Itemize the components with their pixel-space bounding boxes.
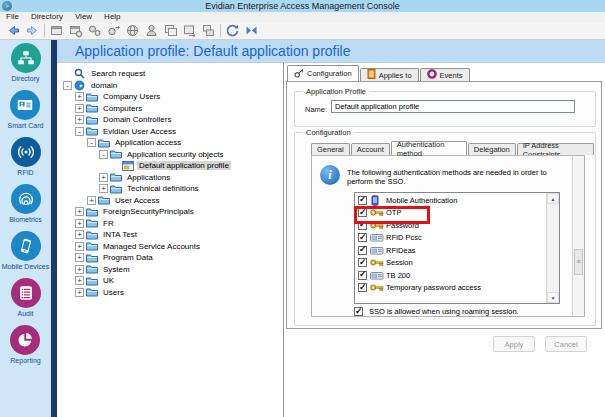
- subtab[interactable]: Authentication method: [391, 141, 467, 155]
- tree-node-label: System: [101, 265, 132, 274]
- checkbox[interactable]: [358, 246, 367, 255]
- method-row[interactable]: RFIDeas: [355, 244, 559, 257]
- sidebar-item[interactable]: Biometrics: [9, 184, 42, 224]
- expander-icon[interactable]: -: [87, 138, 96, 147]
- tree-node[interactable]: + System: [57, 264, 283, 276]
- subtab[interactable]: Account: [351, 143, 390, 155]
- apply-button[interactable]: Apply: [493, 336, 535, 352]
- forward-icon[interactable]: [23, 23, 42, 39]
- tree-node[interactable]: + Managed Service Accounts: [57, 241, 283, 253]
- disconnect-icon[interactable]: [242, 23, 261, 39]
- scroll-down-icon[interactable]: ▼: [547, 292, 559, 303]
- domain-icon: [74, 80, 87, 91]
- tree-node[interactable]: Default application profile: [57, 160, 283, 172]
- expander-icon[interactable]: +: [87, 196, 96, 205]
- checkbox[interactable]: [358, 208, 367, 217]
- sidebar-item[interactable]: Mobile Devices: [2, 231, 49, 271]
- checkbox[interactable]: [358, 233, 367, 242]
- method-row[interactable]: RFID Pcsc: [355, 232, 559, 245]
- tree-node[interactable]: + User Access: [57, 195, 283, 207]
- expander-icon[interactable]: +: [75, 265, 84, 274]
- tree-node[interactable]: - Application security objects: [57, 149, 283, 161]
- sidebar-item[interactable]: Audit: [11, 278, 41, 318]
- checkbox[interactable]: [358, 196, 367, 205]
- method-row[interactable]: OTP: [355, 207, 559, 220]
- checkbox[interactable]: [358, 271, 367, 280]
- user-icon[interactable]: [142, 23, 161, 39]
- method-row[interactable]: Password: [355, 219, 559, 232]
- expander-icon[interactable]: -: [99, 150, 108, 159]
- method-row[interactable]: Temporary password access: [355, 282, 559, 295]
- menu-item[interactable]: Directory: [25, 12, 69, 22]
- tab[interactable]: Events: [420, 68, 470, 81]
- tree-node[interactable]: + FR: [57, 218, 283, 230]
- checkbox[interactable]: [358, 221, 367, 230]
- tree-node[interactable]: + Applications: [57, 172, 283, 184]
- tree-node[interactable]: + Program Data: [57, 252, 283, 264]
- tab[interactable]: Configuration: [287, 65, 359, 81]
- expander-icon[interactable]: -: [75, 127, 84, 136]
- cancel-button[interactable]: Cancel: [545, 336, 587, 352]
- expander-icon[interactable]: -: [63, 81, 72, 90]
- expander-icon[interactable]: +: [75, 276, 84, 285]
- scroll-up-icon[interactable]: ▲: [547, 193, 559, 204]
- tree-node[interactable]: + Company Users: [57, 91, 283, 103]
- expander-icon[interactable]: +: [75, 207, 84, 216]
- expander-icon[interactable]: +: [75, 230, 84, 239]
- method-row[interactable]: Session: [355, 257, 559, 270]
- method-row[interactable]: Mobile Authentication: [355, 194, 559, 207]
- tree-node[interactable]: + INTA Test: [57, 229, 283, 241]
- name-input[interactable]: [331, 100, 575, 113]
- sidebar-item[interactable]: Smart Card: [8, 90, 44, 130]
- tree-node[interactable]: - Application access: [57, 137, 283, 149]
- subtab[interactable]: IP Address Constraints: [517, 143, 594, 155]
- expander-icon[interactable]: +: [99, 184, 108, 193]
- stack-window-icon[interactable]: [199, 23, 218, 39]
- refresh-icon[interactable]: [223, 23, 242, 39]
- list-scrollbar[interactable]: ▲ ▼: [546, 193, 559, 303]
- checkbox[interactable]: [358, 283, 367, 292]
- expander-icon[interactable]: +: [75, 104, 84, 113]
- menu-item[interactable]: File: [0, 12, 25, 22]
- tree-node[interactable]: Search request: [57, 68, 283, 80]
- expander-icon[interactable]: +: [75, 253, 84, 262]
- window-gear-icon[interactable]: [66, 23, 85, 39]
- tree-node[interactable]: - Evidian User Access: [57, 126, 283, 138]
- scrollbar-thumb[interactable]: ≡: [574, 249, 583, 275]
- expander-icon[interactable]: +: [75, 219, 84, 228]
- sidebar-item[interactable]: RFID: [11, 137, 41, 177]
- expander-icon[interactable]: +: [75, 288, 84, 297]
- gear-run-icon[interactable]: [104, 23, 123, 39]
- checkbox[interactable]: [358, 258, 367, 267]
- expander-icon[interactable]: +: [99, 173, 108, 182]
- subtab[interactable]: Delegation: [468, 143, 516, 155]
- tree-node-label: UK: [101, 276, 116, 285]
- subtab[interactable]: General: [311, 143, 350, 155]
- tree-node[interactable]: + Domain Controllers: [57, 114, 283, 126]
- method-label: Mobile Authentication: [386, 196, 457, 205]
- tree-node[interactable]: + UK: [57, 275, 283, 287]
- copy-window-icon[interactable]: [161, 23, 180, 39]
- window-icon[interactable]: [47, 23, 66, 39]
- gears-icon[interactable]: [85, 23, 104, 39]
- expander-icon[interactable]: +: [75, 115, 84, 124]
- menu-item[interactable]: Help: [98, 12, 126, 22]
- tree-node[interactable]: + Technical definitions: [57, 183, 283, 195]
- back-icon[interactable]: [4, 23, 23, 39]
- expander-icon[interactable]: +: [75, 92, 84, 101]
- menu-item[interactable]: View: [69, 12, 98, 22]
- authentication-method-page: i The following authentication methods a…: [311, 155, 585, 317]
- tree-node[interactable]: + ForeignSecurityPrincipals: [57, 206, 283, 218]
- method-row[interactable]: TB 200: [355, 269, 559, 282]
- tree-node[interactable]: + Users: [57, 287, 283, 299]
- expander-icon[interactable]: +: [75, 242, 84, 251]
- tree-node[interactable]: - domain: [57, 80, 283, 92]
- send-window-icon[interactable]: [180, 23, 199, 39]
- panel-scrollbar[interactable]: ≡: [572, 156, 584, 316]
- sidebar-item[interactable]: Reporting: [10, 325, 40, 365]
- tree-node[interactable]: + Computers: [57, 103, 283, 115]
- sidebar-item[interactable]: Directory: [11, 43, 41, 83]
- globe-gear-icon[interactable]: [123, 23, 142, 39]
- sso-checkbox[interactable]: [354, 307, 363, 316]
- tab[interactable]: Applies to: [360, 68, 419, 81]
